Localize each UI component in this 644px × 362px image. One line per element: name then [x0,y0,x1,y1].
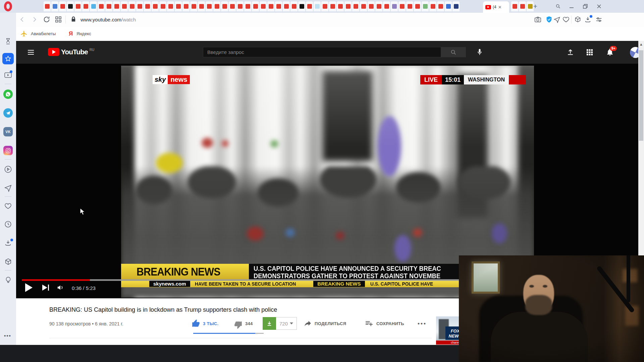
browser-tab[interactable] [198,1,205,11]
browser-tab[interactable] [298,1,305,11]
browser-tab[interactable] [244,1,251,11]
browser-tab[interactable] [252,1,259,11]
history-hourglass-icon[interactable] [3,36,13,46]
browser-tab[interactable] [437,1,444,11]
youtube-search-input[interactable]: Введите запрос [203,47,441,57]
browser-tab[interactable] [383,1,390,11]
browser-tab[interactable] [368,1,375,11]
new-tab-button[interactable]: + [531,2,539,10]
browser-tab[interactable] [128,1,136,11]
play-button[interactable] [25,283,33,292]
tab-search-icon[interactable] [554,2,562,10]
browser-tab[interactable] [519,1,526,11]
youtube-logo[interactable]: YouTube RU [48,48,94,56]
browser-tab[interactable] [414,1,421,11]
speed-dial-tiles-icon[interactable] [55,16,61,24]
browser-tab[interactable] [452,1,460,11]
browser-tab[interactable] [51,1,58,11]
bookmark-aviabilety[interactable]: Авиабилеты [31,31,56,36]
active-tab[interactable]: (4 ✕ [483,1,509,13]
hamburger-menu-icon[interactable] [27,48,35,58]
browser-tab[interactable] [511,1,518,11]
browser-tab[interactable] [290,1,298,11]
browser-tab[interactable] [59,1,66,11]
download-extension-button[interactable]: 720 [263,317,297,330]
share-icon[interactable] [304,319,312,329]
browser-tab[interactable] [337,1,344,11]
youtube-apps-grid-icon[interactable] [586,48,593,57]
back-button[interactable] [18,16,26,24]
browser-tab[interactable] [67,1,74,11]
history-clock-icon[interactable] [3,219,13,229]
scrollbar-thumb[interactable] [639,50,643,141]
window-close-button[interactable] [595,2,603,10]
browser-tab[interactable] [159,1,166,11]
extensions-cube-icon[interactable] [3,257,13,267]
youtube-search-button[interactable] [441,47,466,57]
player-play-circle-icon[interactable] [3,164,13,174]
browser-tab[interactable] [314,1,321,11]
browser-tab[interactable] [182,1,190,11]
browser-tab[interactable] [236,1,244,11]
browser-tab[interactable] [105,1,112,11]
next-button[interactable] [42,285,49,291]
browser-tab[interactable] [329,1,336,11]
browser-tab[interactable] [44,1,51,11]
browser-tab[interactable] [321,1,328,11]
sidebar-more-dots-icon[interactable]: ••• [4,333,11,339]
window-minimize-button[interactable] [568,2,576,10]
browser-tab[interactable] [429,1,436,11]
browser-tab[interactable] [267,1,274,11]
save-button[interactable]: СОХРАНИТЬ [376,321,404,326]
share-button[interactable]: ПОДЕЛИТЬСЯ [315,321,346,326]
browser-tab[interactable] [391,1,398,11]
browser-tab[interactable] [136,1,143,11]
upload-icon[interactable] [566,48,575,58]
vpn-shield-icon[interactable] [545,16,553,24]
browser-tab[interactable] [360,1,367,11]
browser-tab[interactable] [74,1,82,11]
forward-button[interactable] [31,16,38,24]
my-flow-plane-icon[interactable] [553,16,560,24]
browser-tab[interactable] [344,1,352,11]
browser-tab[interactable] [229,1,236,11]
my-flow-plane-sidebar-icon[interactable] [3,183,13,193]
browser-tab[interactable] [275,1,282,11]
browser-tab[interactable] [375,1,382,11]
telegram-icon[interactable] [3,108,13,118]
browser-tab[interactable] [206,1,213,11]
speed-dial-star-icon[interactable] [2,53,14,64]
downloads-sidebar-icon[interactable] [3,238,13,248]
bookmark-heart-icon[interactable] [562,16,570,24]
url-text[interactable]: www.youtube.com/watch [80,17,136,22]
easy-setup-tune-icon[interactable] [595,16,602,24]
whatsapp-icon[interactable] [3,89,13,99]
browser-tab[interactable] [175,1,182,11]
browser-tab[interactable] [152,1,159,11]
browser-tab[interactable] [90,1,97,11]
browser-tab[interactable] [422,1,429,11]
window-maximize-button[interactable] [581,2,589,10]
extension-cube-icon[interactable] [574,16,581,24]
browser-tab[interactable] [144,1,151,11]
snapshot-camera-icon[interactable] [534,16,541,24]
browser-tab[interactable] [98,1,105,11]
browser-tab[interactable] [398,1,406,11]
notifications-bell-icon[interactable]: 9+ [606,48,614,58]
browser-tab[interactable] [445,1,452,11]
browser-tab[interactable] [190,1,197,11]
browser-tab[interactable] [260,1,267,11]
browser-tab[interactable] [352,1,359,11]
browser-tab[interactable] [121,1,128,11]
browser-tab[interactable] [283,1,290,11]
video-popout-icon[interactable] [3,70,13,80]
snapshot-bulb-icon[interactable] [3,275,13,285]
instagram-icon[interactable] [3,145,13,156]
reload-button[interactable] [43,16,50,24]
more-actions-icon[interactable]: ••• [418,320,427,327]
downloads-icon[interactable] [584,16,591,24]
bookmarks-heart-icon[interactable] [3,201,13,211]
voice-search-mic-icon[interactable] [476,48,484,57]
browser-tab[interactable] [221,1,228,11]
opera-logo-icon[interactable] [4,1,12,11]
